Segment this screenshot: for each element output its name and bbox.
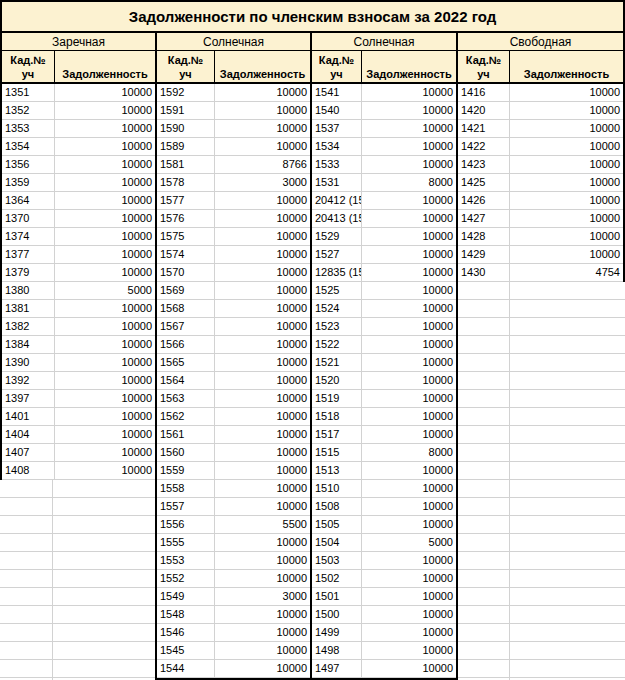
debt-amount-cell[interactable]: 10000 [55,462,155,479]
kad-number-cell[interactable]: 1565 [157,354,215,371]
debt-amount-cell[interactable]: 10000 [362,336,456,353]
kad-number-cell[interactable]: 1501 [312,588,362,605]
kad-number-cell[interactable] [0,552,53,569]
debt-amount-cell[interactable]: 10000 [55,408,155,425]
debt-amount-cell[interactable] [510,588,625,605]
kad-number-cell[interactable]: 1529 [312,228,362,245]
debt-amount-cell[interactable] [510,516,625,533]
debt-amount-cell[interactable] [510,336,625,353]
debt-amount-cell[interactable] [510,534,625,551]
debt-amount-cell[interactable]: 10000 [55,210,155,227]
kad-number-cell[interactable] [458,444,510,461]
kad-number-cell[interactable]: 1570 [157,264,215,281]
kad-number-cell[interactable]: 1429 [458,246,510,263]
kad-number-cell[interactable]: 1407 [2,444,55,461]
kad-number-cell[interactable]: 1540 [312,102,362,119]
kad-number-cell[interactable]: 1379 [2,264,55,281]
kad-number-cell[interactable]: 1545 [157,642,215,659]
debt-amount-cell[interactable] [53,552,155,569]
kad-number-cell[interactable]: 1420 [458,102,510,119]
debt-amount-cell[interactable]: 5000 [55,282,155,299]
debt-amount-cell[interactable] [510,624,625,641]
kad-number-cell[interactable]: 1497 [312,660,362,677]
kad-number-cell[interactable]: 1519 [312,390,362,407]
kad-number-cell[interactable]: 1508 [312,498,362,515]
debt-amount-cell[interactable]: 10000 [510,174,623,191]
kad-column-header[interactable]: Кад.№ уч [312,51,362,82]
kad-number-cell[interactable]: 1510 [312,480,362,497]
debt-amount-cell[interactable] [53,588,155,605]
street-group-header[interactable]: Солнечная [157,33,310,51]
kad-number-cell[interactable]: 1522 [312,336,362,353]
kad-number-cell[interactable]: 1527 [312,246,362,263]
kad-number-cell[interactable] [0,660,53,677]
debt-amount-cell[interactable]: 10000 [362,408,456,425]
kad-number-cell[interactable]: 1581 [157,156,215,173]
debt-amount-cell[interactable] [510,372,625,389]
kad-number-cell[interactable] [0,498,53,515]
kad-number-cell[interactable]: 1520 [312,372,362,389]
debt-amount-cell[interactable]: 10000 [362,624,456,641]
kad-number-cell[interactable]: 1518 [312,408,362,425]
debt-amount-cell[interactable]: 10000 [510,210,623,227]
debt-amount-cell[interactable]: 10000 [55,156,155,173]
kad-number-cell[interactable]: 1541 [312,84,362,101]
kad-number-cell[interactable]: 1503 [312,552,362,569]
kad-number-cell[interactable]: 1561 [157,426,215,443]
debt-amount-cell[interactable]: 10000 [55,444,155,461]
debt-amount-cell[interactable]: 10000 [215,660,310,677]
kad-number-cell[interactable] [0,570,53,587]
kad-number-cell[interactable] [458,336,510,353]
kad-number-cell[interactable]: 1564 [157,372,215,389]
kad-number-cell[interactable] [458,480,510,497]
debt-amount-cell[interactable]: 10000 [215,606,310,623]
debt-amount-cell[interactable]: 10000 [362,642,456,659]
street-group-header[interactable]: Заречная [2,33,155,51]
kad-number-cell[interactable]: 1555 [157,534,215,551]
kad-number-cell[interactable]: 1525 [312,282,362,299]
debt-amount-cell[interactable]: 10000 [55,300,155,317]
kad-number-cell[interactable] [458,624,510,641]
kad-number-cell[interactable]: 1370 [2,210,55,227]
debt-amount-cell[interactable]: 10000 [215,102,310,119]
debt-amount-cell[interactable] [510,318,625,335]
debt-amount-cell[interactable]: 10000 [362,660,456,677]
debt-amount-cell[interactable]: 10000 [510,102,623,119]
debt-amount-cell[interactable]: 10000 [215,300,310,317]
kad-number-cell[interactable]: 1563 [157,390,215,407]
kad-number-cell[interactable]: 1354 [2,138,55,155]
street-group-header[interactable]: Свободная [458,33,623,51]
debt-amount-cell[interactable]: 10000 [55,84,155,101]
kad-number-cell[interactable]: 1384 [2,336,55,353]
debt-amount-cell[interactable]: 10000 [362,480,456,497]
debt-amount-cell[interactable] [510,552,625,569]
kad-number-cell[interactable]: 1553 [157,552,215,569]
debt-amount-cell[interactable]: 10000 [362,498,456,515]
kad-number-cell[interactable]: 1374 [2,228,55,245]
kad-number-cell[interactable]: 1589 [157,138,215,155]
kad-number-cell[interactable]: 1574 [157,246,215,263]
kad-number-cell[interactable] [0,624,53,641]
debt-column-header[interactable]: Задолженность [215,51,310,82]
kad-number-cell[interactable]: 1500 [312,606,362,623]
debt-amount-cell[interactable] [510,390,625,407]
debt-amount-cell[interactable]: 10000 [215,120,310,137]
kad-number-cell[interactable] [458,318,510,335]
kad-number-cell[interactable] [458,300,510,317]
kad-number-cell[interactable]: 1425 [458,174,510,191]
debt-amount-cell[interactable] [53,480,155,497]
kad-number-cell[interactable] [0,588,53,605]
debt-amount-cell[interactable]: 10000 [215,318,310,335]
debt-amount-cell[interactable]: 5000 [362,534,456,551]
kad-number-cell[interactable] [458,534,510,551]
debt-amount-cell[interactable]: 10000 [362,462,456,479]
kad-number-cell[interactable]: 1422 [458,138,510,155]
debt-amount-cell[interactable]: 10000 [215,228,310,245]
debt-amount-cell[interactable]: 10000 [215,192,310,209]
debt-amount-cell[interactable]: 10000 [510,192,623,209]
kad-number-cell[interactable] [0,516,53,533]
kad-number-cell[interactable]: 1427 [458,210,510,227]
kad-number-cell[interactable]: 1430 [458,264,510,281]
debt-amount-cell[interactable]: 10000 [215,282,310,299]
debt-amount-cell[interactable]: 10000 [362,84,456,101]
